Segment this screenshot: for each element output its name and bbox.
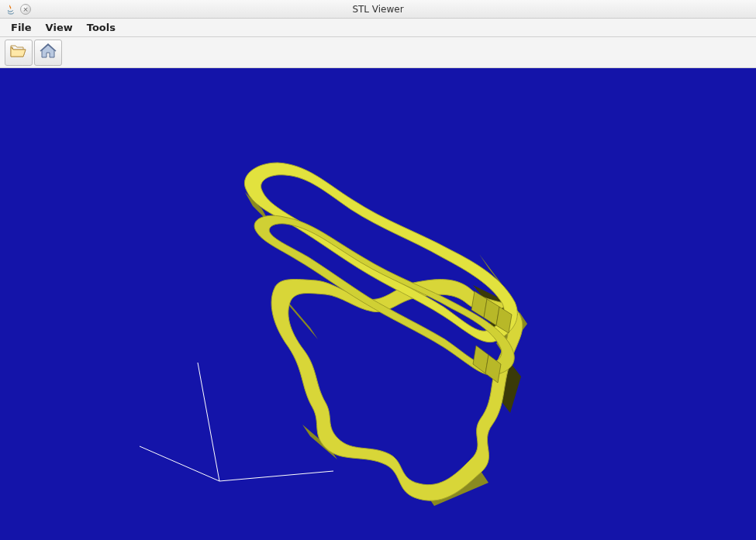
folder-open-icon bbox=[10, 44, 27, 60]
menu-file[interactable]: File bbox=[5, 19, 38, 36]
toolbar bbox=[0, 37, 756, 68]
window-titlebar: × STL Viewer bbox=[0, 0, 756, 19]
open-file-button[interactable] bbox=[5, 40, 33, 66]
menu-view[interactable]: View bbox=[40, 19, 79, 36]
window-title: STL Viewer bbox=[352, 4, 403, 15]
window-close-icon[interactable]: × bbox=[20, 4, 31, 15]
home-button[interactable] bbox=[34, 40, 62, 66]
svg-line-2 bbox=[219, 471, 333, 481]
titlebar-icons: × bbox=[5, 3, 31, 15]
stl-model bbox=[244, 163, 527, 506]
3d-scene bbox=[0, 68, 756, 540]
menu-tools[interactable]: Tools bbox=[81, 19, 122, 36]
3d-viewport[interactable] bbox=[0, 68, 756, 540]
svg-line-1 bbox=[140, 446, 219, 481]
home-icon bbox=[40, 43, 57, 61]
java-app-icon bbox=[5, 3, 17, 15]
svg-line-0 bbox=[198, 363, 219, 481]
menubar: File View Tools bbox=[0, 19, 756, 37]
